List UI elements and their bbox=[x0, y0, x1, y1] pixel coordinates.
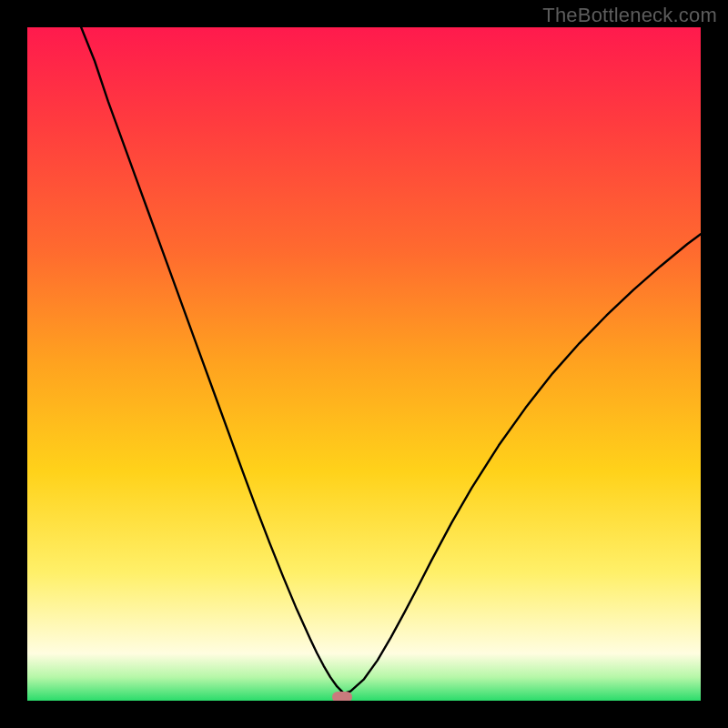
curve-layer bbox=[27, 27, 701, 701]
watermark-text: TheBottleneck.com bbox=[542, 4, 717, 27]
min-marker bbox=[332, 692, 352, 701]
chart-frame: TheBottleneck.com bbox=[0, 0, 728, 728]
bottleneck-curve bbox=[81, 27, 701, 693]
plot-area bbox=[27, 27, 701, 701]
